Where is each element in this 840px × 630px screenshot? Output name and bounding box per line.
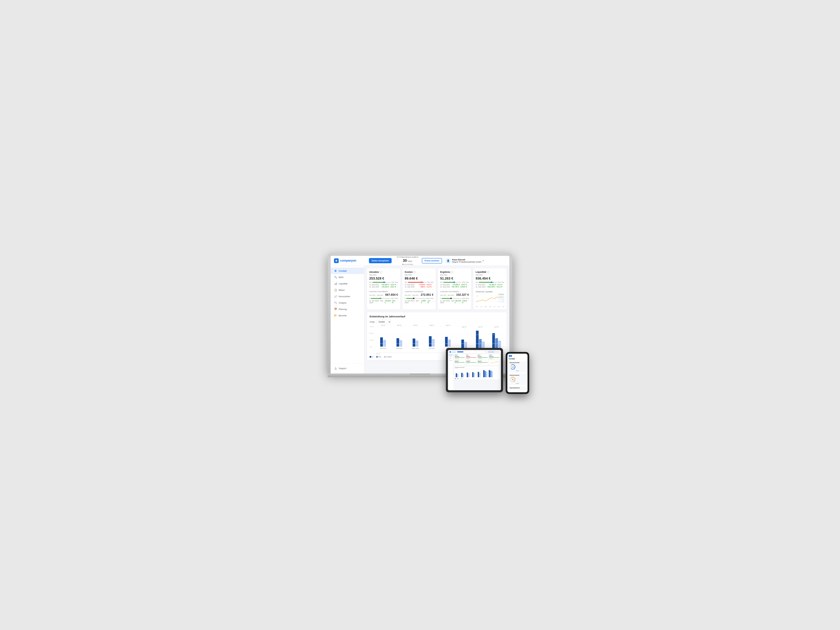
sub-bar-fill-2 — [442, 298, 452, 299]
sidebar-item-planung[interactable]: 📅 Planung — [331, 306, 364, 312]
sidebar-item-analyse[interactable]: 📉 Analyse — [331, 300, 364, 306]
kpi-divider-1 — [405, 289, 433, 289]
sub-vs-amount-0: +53.613 € — [385, 300, 391, 303]
bar-dark-2 — [413, 338, 415, 347]
sub-bar-dot-0 — [379, 298, 381, 299]
bar-x-label-3: Apr 2021 — [429, 347, 435, 349]
sidebar-item-cockpit[interactable]: ⊞ Cockpit — [331, 268, 364, 274]
sidebar-item-bilanz[interactable]: 📋 Bilanz — [331, 287, 364, 293]
zeige-select[interactable]: Kosten Umsätze Ergebnis — [376, 320, 391, 324]
liq-chart-area: Ausblick — [475, 293, 504, 307]
sub-vs-pct-2: +132,0 % — [462, 300, 467, 303]
bar-group-1: 280 T€ Feb 2021 — [392, 325, 407, 349]
sidebar-label-cockpit: Cockpit — [339, 270, 347, 272]
sub-vs-2: vs. Jan 2020 - Sep 2020 +58.218 € +132,0… — [440, 300, 469, 303]
kpi-title-kosten: Kosten — [405, 271, 413, 273]
grid-line-2 — [376, 335, 504, 335]
kpi-bar-ergebnis: Min Plan Max — [440, 281, 469, 283]
bar-top-label-6: 510 T€ — [478, 326, 483, 328]
svg-rect-4 — [496, 294, 504, 303]
kpi-info-ergebnis[interactable]: i — [451, 271, 453, 273]
sub-vs-pct-0: +8,8 % — [392, 300, 396, 303]
phone-section-eigenkapitalquote: Eigenkapitalquote — [509, 386, 526, 390]
svg-rect-23 — [478, 372, 479, 377]
svg-text:Tage: Tage — [512, 380, 513, 381]
daten-einspielen-button[interactable]: Daten einspielen — [369, 258, 392, 263]
svg-point-6 — [483, 300, 483, 300]
sub-bar-label-0-2: Plan — [395, 297, 398, 299]
sub-bar-track-1 — [406, 298, 426, 299]
user-area[interactable]: 👤 Klaus Bassek Wagner Produktionsbetrieb… — [445, 258, 484, 264]
kpi-card-umsaetze: Umsätze i Sep 2021 253.528 € Min — [367, 268, 400, 309]
devices-overlay: companyon Daten einspielen 30 Tagen Prei… — [446, 348, 529, 392]
phone-detail-btn-1[interactable]: Details — [510, 383, 525, 384]
bar-dark-1 — [396, 338, 399, 347]
bar-light-6 — [482, 341, 485, 348]
sidebar-item-bwa[interactable]: 🔍 BWA — [331, 274, 364, 280]
kpi-value-kosten: 89.646 € — [405, 276, 433, 280]
logo-area: companyon — [334, 258, 368, 263]
vs-aug-arrow-3: ↑ — [504, 284, 504, 286]
svg-rect-29 — [490, 371, 491, 377]
bar-group-6: 510 T€ — [473, 326, 488, 349]
sub-vs-arrow-1: ↓ — [433, 300, 433, 303]
bar-light-4 — [448, 339, 451, 347]
kpi-sub-value-1: 272.851 € — [421, 293, 433, 297]
sidebar-item-kennzahlen[interactable]: 📈 Kennzahlen — [331, 293, 364, 300]
kpi-info-kosten[interactable]: i — [413, 271, 415, 273]
phone-detail-btn-0[interactable]: Details — [510, 370, 525, 371]
sidebar-item-liquiditaet[interactable]: 📊 Liquidität — [331, 280, 364, 287]
sidebar-item-berichte[interactable]: 📂 Berichte — [331, 312, 364, 319]
liq-x-jul: Jul — [494, 306, 495, 307]
y-axis: 750 T€ 500 T€ 250 T€ 0 T€ — [369, 326, 374, 348]
sidebar-label-analyse: Analyse — [339, 302, 346, 304]
user-info: Klaus Bassek Wagner Produktionsbetriebe … — [452, 259, 481, 263]
kpi-info-umsaetze[interactable]: i — [380, 271, 382, 273]
vs-aug-values-2: +13.655 € +36,3 % ↑ — [452, 284, 469, 286]
vs-aug-3: vs. Aug 2021 +21.861 € +2,3 % ↑ — [475, 284, 504, 286]
kpi-sub-period2-2: Jan 2021 - Sep 2021 — [440, 294, 454, 296]
logo-text: companyon — [340, 259, 356, 262]
bar-label-max-1: Max — [431, 281, 433, 283]
vs-sep-arrow-2: ↑ — [468, 286, 469, 288]
sidebar-item-support[interactable]: ⚓ Support — [331, 365, 364, 371]
legend-ist: Ist — [369, 356, 373, 358]
user-avatar: 👤 — [445, 258, 451, 264]
kpi-sub-period2-0: Jan 2021 - Sep 2021 — [369, 294, 384, 296]
kpi-value-ergebnis: 51.263 € — [440, 276, 469, 280]
kpi-period-kosten: Sep 2021 — [405, 274, 433, 276]
vs-aug-values-1: +5.016 € +5,9 % ↑ — [418, 284, 433, 286]
y-0: 0 T€ — [369, 346, 374, 348]
vs-sep-3: vs. Sep 2020 +166.339 € +21,6 % ↑ — [475, 286, 504, 288]
bar-dark-4 — [445, 337, 448, 347]
vs-sep-amount-2: +30.749 € — [452, 286, 459, 288]
vs-sep-amount-3: +166.339 € — [487, 286, 495, 288]
sub-vs-pct-1: -2,4 % — [427, 300, 432, 303]
gauge-svg-1: 28,2 Tage — [510, 376, 516, 382]
phone-content: 30 Cockpit Materialintensität 76,3% — [507, 354, 527, 392]
kpi-row: Umsätze i Sep 2021 253.528 € Min — [367, 268, 507, 309]
companyon-logo-icon — [334, 258, 339, 263]
bar-group-3: 380 T€ Apr 2021 — [425, 325, 439, 349]
sub-vs-0: vs. Jan 2020 - Sep 2020 +53.613 € +8,8 %… — [369, 300, 398, 303]
vs-sep-pct-2: +149,9 % — [460, 286, 467, 288]
vs-aug-amount-0: +34.160 € — [381, 284, 389, 286]
vs-sep-values-1: +865 € +1,0 % ↑ — [420, 286, 433, 288]
vs-sep-values-2: +30.749 € +149,9 % ↑ — [452, 286, 469, 288]
bar-mid-7 — [495, 338, 498, 348]
user-company: Wagner Produktionsbetriebe GmbH — [452, 261, 481, 263]
bar-label-min-1: Min — [405, 281, 407, 283]
sidebar-label-kennzahlen: Kennzahlen — [339, 295, 350, 298]
kpi-info-liquiditaet[interactable]: i — [487, 271, 489, 273]
preise-ansehen-button[interactable]: Preise ansehen — [422, 258, 442, 264]
liq-x-nov2: Nov — [502, 306, 504, 307]
analyse-icon: 📉 — [334, 301, 337, 304]
sub-bar-label-1-1: Plan — [426, 297, 429, 299]
y-500: 500 T€ — [369, 333, 374, 334]
bar-track-3 — [479, 282, 497, 283]
bar-x-label-0: Jan 2021 — [380, 347, 386, 349]
bar-label-plan-2: Plan — [462, 281, 465, 283]
vs-sep-values-3: +166.339 € +21,6 % ↑ — [487, 286, 504, 288]
vs-aug-1: vs. Aug 2021 +5.016 € +5,9 % ↑ — [405, 284, 433, 286]
liq-x-labels: Nov Jan Mär Mai Jul Sep Nov — [475, 306, 504, 307]
